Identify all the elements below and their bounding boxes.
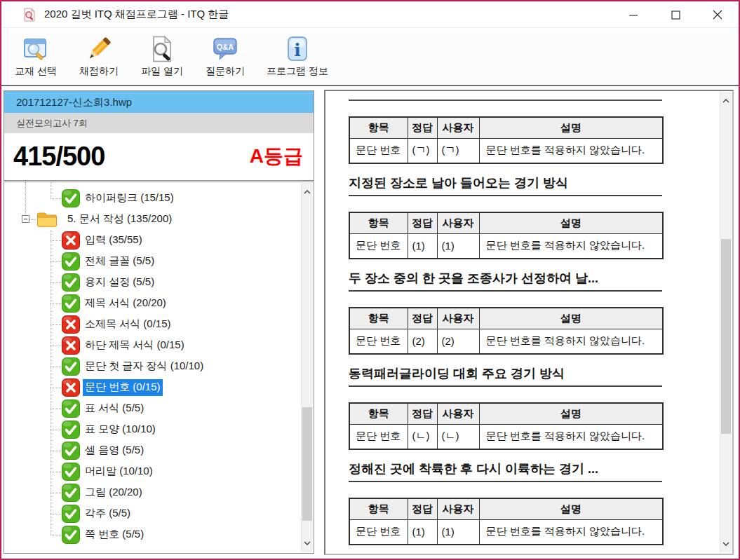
table-row: 문단 번호(1)(1)문단 번호를 적용하지 않았습니다. xyxy=(349,519,663,545)
check-icon xyxy=(62,273,80,292)
table-cell: (1) xyxy=(408,519,437,545)
qna-bubble-icon: Q&A xyxy=(211,34,239,64)
table-header-cell: 설명 xyxy=(479,308,663,329)
table-cell: 문단 번호를 적용하지 않았습니다. xyxy=(479,138,663,163)
scrollbar-thumb[interactable] xyxy=(721,239,731,434)
tree-item[interactable]: 표 모양 (10/10) xyxy=(4,419,301,440)
tree-scrollbar[interactable] xyxy=(301,183,313,552)
folder-icon xyxy=(36,211,58,228)
tree-item[interactable]: 소제목 서식 (0/15) xyxy=(4,314,301,335)
tree-item-label: 문단 첫 글자 장식 (10/10) xyxy=(83,358,206,375)
table-header-cell: 사용자 xyxy=(437,117,479,138)
x-icon xyxy=(62,231,80,250)
close-button[interactable] xyxy=(697,1,739,28)
x-icon xyxy=(62,336,80,355)
table-header-cell: 사용자 xyxy=(437,212,479,233)
tree-item-label: 하단 제목 서식 (0/15) xyxy=(83,337,187,354)
table-cell: 문단 번호를 적용하지 않았습니다. xyxy=(479,424,663,449)
toolbar-button-open-file[interactable]: 파일 열기 xyxy=(137,34,187,78)
check-icon xyxy=(62,399,80,418)
tree-item-label: 셀 음영 (5/5) xyxy=(83,442,146,459)
table-cell: 문단 번호 xyxy=(349,424,408,449)
table-header-cell: 설명 xyxy=(479,403,663,424)
tree-item-label: 소제목 서식 (0/15) xyxy=(83,316,173,333)
scroll-down-button[interactable] xyxy=(302,534,313,552)
tree-item[interactable]: 하단 제목 서식 (0/15) xyxy=(4,335,301,356)
collapse-expander-icon[interactable] xyxy=(22,215,29,223)
table-header-cell: 사용자 xyxy=(437,308,479,329)
toolbar-button-label: 교재 선택 xyxy=(15,65,57,78)
tree-item-label: 각주 (5/5) xyxy=(83,505,133,522)
tree-item[interactable]: 머리말 (10/10) xyxy=(4,461,301,482)
check-icon xyxy=(62,526,80,544)
table-cell: 문단 번호 xyxy=(349,138,408,163)
table-header-cell: 사용자 xyxy=(437,498,479,519)
check-icon xyxy=(62,505,80,523)
report-section-heading: 정해진 곳에 착륙한 후 다시 이륙하는 경기 ... xyxy=(349,461,662,482)
tree-item[interactable]: 전체 글꼴 (5/5) xyxy=(4,251,301,272)
table-cell: (ㄴ) xyxy=(408,424,437,449)
window-magnifier-icon xyxy=(22,34,50,64)
report-panel: 항목정답사용자설명문단 번호(ㄱ)(ㄱ)문단 번호를 적용하지 않았습니다.지정… xyxy=(324,90,734,555)
check-icon xyxy=(62,294,80,313)
toolbar-button-grade[interactable]: 채점하기 xyxy=(74,34,124,78)
table-row: 문단 번호(ㄱ)(ㄱ)문단 번호를 적용하지 않았습니다. xyxy=(349,138,663,163)
table-header-cell: 정답 xyxy=(408,117,437,138)
file-magnifier-icon xyxy=(148,34,176,64)
toolbar-button-label: 파일 열기 xyxy=(141,65,183,78)
main-area: 201712127-신소희3.hwp 실전모의고사 7회 415/500 A등급… xyxy=(1,86,739,559)
maximize-button[interactable] xyxy=(654,1,697,28)
tree-item[interactable]: 용지 설정 (5/5) xyxy=(4,272,301,293)
result-card: 201712127-신소희3.hwp 실전모의고사 7회 415/500 A등급 xyxy=(4,90,314,181)
check-icon xyxy=(62,357,80,376)
tree-item[interactable]: 5. 문서 작성 (135/200) xyxy=(4,209,301,230)
result-filename: 201712127-신소희3.hwp xyxy=(4,91,314,113)
scroll-up-button[interactable] xyxy=(302,183,313,201)
toolbar-button-ask-question[interactable]: Q&A질문하기 xyxy=(200,34,250,78)
tree-item[interactable]: 셀 음영 (5/5) xyxy=(4,440,301,461)
table-cell: (1) xyxy=(437,233,479,259)
app-window: 2020 길벗 ITQ 채점프로그램 - ITQ 한글 교재 선택채점하기파일 … xyxy=(0,0,740,560)
toolbar-button-program-info[interactable]: i프로그램 정보 xyxy=(263,34,332,78)
tree-item-label: 전체 글꼴 (5/5) xyxy=(83,253,156,270)
tree-item-label: 문단 번호 (0/15) xyxy=(83,379,163,396)
table-cell: 문단 번호 xyxy=(349,233,408,259)
tree-item[interactable]: 문단 첫 글자 장식 (10/10) xyxy=(4,356,301,377)
scroll-down-button[interactable] xyxy=(720,535,732,553)
check-icon xyxy=(62,189,80,207)
grade-badge: A등급 xyxy=(250,143,303,170)
table-cell: 문단 번호를 적용하지 않았습니다. xyxy=(479,329,663,354)
clipped-section-heading xyxy=(349,91,662,101)
tree-item[interactable]: 표 서식 (5/5) xyxy=(4,398,301,419)
tree-item[interactable]: 쪽 번호 (5/5) xyxy=(4,524,301,545)
tree-item[interactable]: 제목 서식 (20/20) xyxy=(4,293,301,314)
table-cell: (2) xyxy=(437,329,479,354)
toolbar-button-label: 프로그램 정보 xyxy=(267,65,328,78)
toolbar-button-select-textbook[interactable]: 교재 선택 xyxy=(11,34,61,78)
check-icon xyxy=(62,463,80,481)
tree-item-label: 쪽 번호 (5/5) xyxy=(83,526,146,543)
x-icon xyxy=(62,315,80,334)
minimize-button[interactable] xyxy=(612,1,654,28)
report-scrollbar[interactable] xyxy=(720,92,732,553)
scrollbar-thumb[interactable] xyxy=(302,407,312,521)
tree-item[interactable]: 문단 번호 (0/15) xyxy=(4,377,301,398)
tree-item[interactable]: 하이퍼링크 (15/15) xyxy=(4,188,301,209)
scroll-up-button[interactable] xyxy=(720,92,732,110)
report-table: 항목정답사용자설명문단 번호(1)(1)문단 번호를 적용하지 않았습니다. xyxy=(349,212,664,259)
exam-round-label: 실전모의고사 7회 xyxy=(4,113,314,133)
tree-item[interactable]: 입력 (35/55) xyxy=(4,230,301,251)
table-cell: (1) xyxy=(408,233,437,259)
table-cell: (ㄴ) xyxy=(437,424,479,449)
tree-item-label: 5. 문서 작성 (135/200) xyxy=(65,211,174,228)
table-header-cell: 설명 xyxy=(479,117,663,138)
tree-item-label: 제목 서식 (20/20) xyxy=(83,295,168,312)
tree-item-label: 표 모양 (10/10) xyxy=(83,421,158,438)
tree-item[interactable]: 각주 (5/5) xyxy=(4,503,301,524)
total-score: 415/500 xyxy=(13,142,105,172)
tree-item[interactable]: 그림 (20/20) xyxy=(4,482,301,503)
score-row: 415/500 A등급 xyxy=(4,133,314,179)
table-header-cell: 정답 xyxy=(408,308,437,329)
table-cell: 문단 번호를 적용하지 않았습니다. xyxy=(479,233,663,259)
tree-item-label: 그림 (20/20) xyxy=(83,484,144,501)
